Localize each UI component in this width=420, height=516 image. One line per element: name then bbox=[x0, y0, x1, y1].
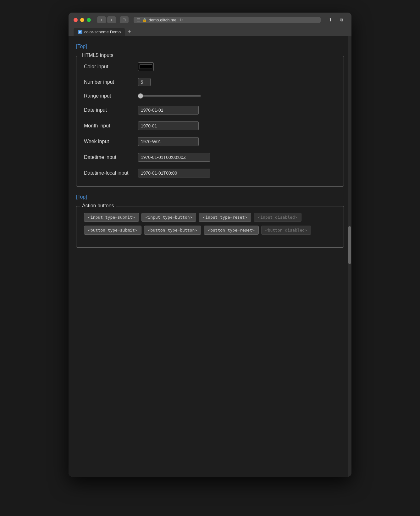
range-input-row: Range input bbox=[84, 93, 336, 99]
tab-title: color-scheme Demo bbox=[84, 30, 121, 34]
input-submit-button[interactable]: <input type=submit> bbox=[84, 213, 139, 222]
month-input-row: Month input bbox=[84, 121, 336, 130]
button-buttons-group: <button type=submit> <button type=button… bbox=[84, 226, 336, 235]
button-button-button[interactable]: <button type=button> bbox=[144, 226, 202, 235]
week-input[interactable] bbox=[138, 137, 199, 146]
datetime-input-row: Datetime input bbox=[84, 153, 336, 162]
titlebar: ‹ › ⊡ ☰ 🔒 demo.glitch.me ↻ ⬆ ⧉ C color-s… bbox=[69, 13, 351, 36]
color-input[interactable] bbox=[138, 62, 154, 71]
datetime-input[interactable] bbox=[138, 153, 210, 162]
scrollbar-thumb[interactable] bbox=[348, 226, 351, 264]
date-input[interactable] bbox=[138, 106, 199, 115]
lock-icon: 🔒 bbox=[142, 18, 147, 22]
color-input-row: Color input bbox=[84, 62, 336, 71]
close-button[interactable] bbox=[74, 18, 78, 22]
html5-inputs-section: HTML5 inputs Color input Number input Ra… bbox=[76, 56, 344, 187]
url-text: demo.glitch.me bbox=[149, 18, 176, 22]
nav-buttons: ‹ › bbox=[97, 16, 116, 23]
new-window-button[interactable]: ⧉ bbox=[337, 16, 346, 23]
top-link-1[interactable]: [Top] bbox=[76, 44, 87, 49]
tab-favicon: C bbox=[78, 30, 82, 34]
action-legend: Action buttons bbox=[80, 203, 116, 209]
sidebar-button[interactable]: ⊡ bbox=[120, 16, 129, 23]
month-input[interactable] bbox=[138, 121, 199, 130]
input-buttons-group: <input type=submit> <input type=button> … bbox=[84, 213, 336, 222]
datetime-local-label: Datetime-local input bbox=[84, 170, 134, 176]
button-submit-button[interactable]: <button type=submit> bbox=[84, 226, 141, 235]
datetime-label: Datetime input bbox=[84, 154, 134, 160]
new-tab-button[interactable]: + bbox=[125, 29, 134, 35]
datetime-local-input-row: Datetime-local input bbox=[84, 169, 336, 177]
browser-controls: ‹ › ⊡ ☰ 🔒 demo.glitch.me ↻ ⬆ ⧉ bbox=[74, 16, 346, 23]
browser-actions: ⬆ ⧉ bbox=[326, 16, 346, 23]
number-label: Number input bbox=[84, 79, 134, 85]
browser-window: ‹ › ⊡ ☰ 🔒 demo.glitch.me ↻ ⬆ ⧉ C color-s… bbox=[69, 13, 351, 477]
input-button-button[interactable]: <input type=button> bbox=[141, 213, 196, 222]
week-label: Week input bbox=[84, 139, 134, 144]
back-button[interactable]: ‹ bbox=[97, 16, 106, 23]
address-bar[interactable]: ☰ 🔒 demo.glitch.me ↻ bbox=[134, 17, 321, 23]
tab-bar: C color-scheme Demo + bbox=[74, 26, 346, 36]
date-input-row: Date input bbox=[84, 106, 336, 115]
top-link-2[interactable]: [Top] bbox=[76, 194, 87, 200]
number-input-container bbox=[138, 78, 151, 86]
page-content: [Top] HTML5 inputs Color input Number in… bbox=[69, 36, 351, 477]
month-label: Month input bbox=[84, 123, 134, 129]
input-disabled-button: <input disabled> bbox=[254, 213, 301, 222]
hamburger-icon: ☰ bbox=[137, 18, 141, 22]
date-label: Date input bbox=[84, 107, 134, 113]
number-input[interactable] bbox=[138, 78, 151, 86]
active-tab[interactable]: C color-scheme Demo bbox=[74, 28, 125, 36]
reload-button[interactable]: ↻ bbox=[180, 18, 183, 22]
maximize-button[interactable] bbox=[87, 18, 91, 22]
scrollbar[interactable] bbox=[348, 36, 351, 477]
input-reset-button[interactable]: <input type=reset> bbox=[199, 213, 251, 222]
share-button[interactable]: ⬆ bbox=[326, 16, 335, 23]
week-input-row: Week input bbox=[84, 137, 336, 146]
range-input[interactable] bbox=[138, 95, 201, 97]
action-buttons-section: Action buttons <input type=submit> <inpu… bbox=[76, 206, 344, 248]
forward-button[interactable]: › bbox=[107, 16, 116, 23]
minimize-button[interactable] bbox=[80, 18, 84, 22]
datetime-local-input[interactable] bbox=[138, 169, 210, 177]
html5-legend: HTML5 inputs bbox=[80, 53, 115, 58]
number-input-row: Number input bbox=[84, 78, 336, 86]
range-label: Range input bbox=[84, 93, 134, 99]
color-label: Color input bbox=[84, 64, 134, 70]
button-reset-button[interactable]: <button type=reset> bbox=[204, 226, 259, 235]
button-disabled-button: <button disabled> bbox=[261, 226, 311, 235]
